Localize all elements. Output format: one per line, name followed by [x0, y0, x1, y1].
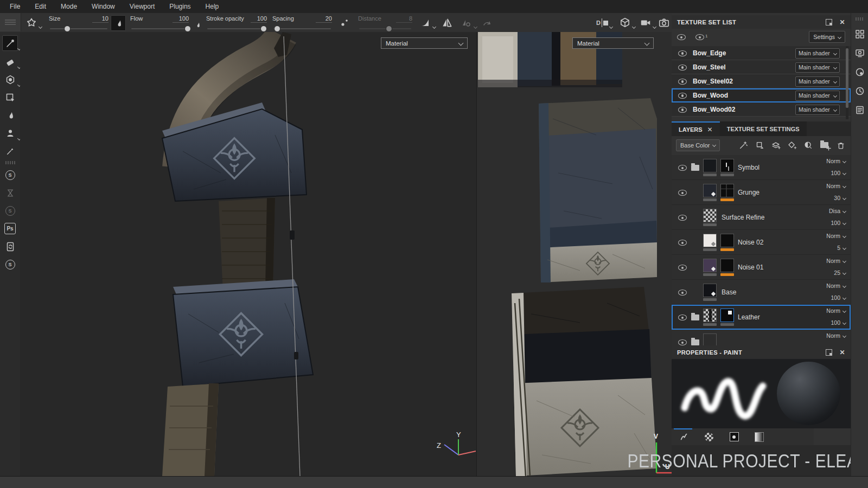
- layer-thumbnail[interactable]: [703, 284, 717, 297]
- solo-texture-set-icon[interactable]: 1: [695, 34, 707, 40]
- shader-dropdown[interactable]: Main shader: [795, 48, 840, 59]
- visibility-eye-icon[interactable]: [678, 339, 687, 345]
- log-panel-icon[interactable]: [854, 104, 866, 116]
- layer-row[interactable]: Grunge Norm 30: [672, 180, 851, 205]
- plugin-document-resync[interactable]: [3, 239, 17, 254]
- opacity-select[interactable]: 5: [837, 245, 846, 251]
- opacity-select[interactable]: 25: [834, 269, 846, 276]
- stroke-opacity-value[interactable]: 100: [251, 15, 267, 23]
- render-mode-button[interactable]: [618, 16, 631, 29]
- layer-row[interactable]: Noise 01 Norm 25: [672, 255, 851, 280]
- assets-panel-icon[interactable]: [854, 28, 866, 40]
- tool-polygon-fill[interactable]: [3, 90, 17, 105]
- layer-row-selected[interactable]: Leather Norm 100: [672, 305, 851, 330]
- subtab-brush[interactable]: [672, 428, 697, 445]
- visibility-eye-icon[interactable]: [678, 50, 687, 56]
- layer-row[interactable]: Noise 02 Norm 5: [672, 230, 851, 255]
- screenshot-button[interactable]: [658, 16, 671, 29]
- shader-dropdown[interactable]: Main shader: [795, 62, 840, 73]
- plugin-substance-link[interactable]: S: [3, 257, 17, 272]
- shader-settings-icon[interactable]: [854, 66, 866, 78]
- close-icon[interactable]: ✕: [840, 19, 845, 25]
- blend-mode-select[interactable]: Norm: [826, 183, 846, 189]
- opacity-select[interactable]: 30: [834, 195, 846, 201]
- undock-icon[interactable]: [826, 19, 832, 25]
- layer-row[interactable]: Base Norm 100: [672, 280, 851, 305]
- blend-mode-select[interactable]: Norm: [826, 282, 846, 289]
- tool-projection[interactable]: [3, 72, 17, 87]
- add-folder-button[interactable]: [819, 139, 830, 151]
- size-slider-knob[interactable]: [64, 25, 71, 32]
- shader-dropdown[interactable]: Main shader: [795, 91, 840, 101]
- close-icon[interactable]: ✕: [707, 126, 713, 133]
- opacity-select[interactable]: 100: [831, 170, 846, 176]
- layer-thumbnail[interactable]: [703, 184, 717, 197]
- texture-set-row-selected[interactable]: Bow_Wood Main shader: [672, 88, 851, 102]
- camera-view-button[interactable]: [639, 16, 652, 29]
- subtab-stencil[interactable]: [722, 428, 746, 445]
- layer-row[interactable]: Symbol Norm 100: [672, 155, 851, 180]
- viewport2d-material-select[interactable]: Material: [572, 37, 654, 49]
- blend-mode-select[interactable]: Norm: [826, 332, 846, 339]
- flow-slider[interactable]: [131, 28, 188, 29]
- spacing-slider[interactable]: [273, 28, 331, 29]
- tool-paint-brush[interactable]: [2, 35, 18, 51]
- mask-thumbnail[interactable]: [720, 259, 734, 272]
- layer-thumbnail[interactable]: [703, 209, 717, 222]
- flow-falloff-icon[interactable]: [191, 18, 204, 31]
- display-settings-icon[interactable]: [854, 47, 866, 59]
- add-fill-layer-button[interactable]: [770, 139, 781, 151]
- history-panel-icon[interactable]: [854, 85, 866, 97]
- blend-mode-select[interactable]: Norm: [826, 233, 846, 239]
- menu-viewport[interactable]: Viewport: [130, 3, 155, 10]
- add-mask-button[interactable]: [802, 139, 814, 151]
- delete-layer-button[interactable]: [835, 139, 846, 151]
- shader-dropdown[interactable]: Main shader: [795, 76, 840, 87]
- blend-mode-select[interactable]: Norm: [826, 258, 846, 264]
- brush-shape-picker[interactable]: [25, 16, 38, 29]
- visibility-eye-icon[interactable]: [678, 264, 687, 271]
- subtab-material[interactable]: [746, 428, 771, 445]
- menu-edit[interactable]: Edit: [35, 3, 46, 10]
- visibility-eye-icon[interactable]: [678, 189, 687, 196]
- tab-layers[interactable]: LAYERS ✕: [672, 121, 720, 136]
- blend-mode-select[interactable]: Disa: [829, 208, 846, 214]
- viewport3d-material-select[interactable]: Material: [381, 37, 468, 49]
- texture-set-row[interactable]: Bow_Wood02 Main shader: [672, 102, 851, 117]
- opacity-select[interactable]: 100: [831, 319, 846, 326]
- menu-help[interactable]: Help: [206, 3, 219, 10]
- size-slider[interactable]: [50, 28, 107, 29]
- texture-set-row[interactable]: Bow_Steel02 Main shader: [672, 74, 851, 88]
- dock-grip[interactable]: [856, 17, 864, 21]
- tool-material-picker[interactable]: [3, 144, 17, 158]
- shader-dropdown[interactable]: Main shader: [795, 105, 840, 115]
- layer-row[interactable]: Norm: [672, 330, 851, 345]
- blend-mode-select[interactable]: Norm: [826, 158, 846, 164]
- mask-thumbnail[interactable]: [720, 309, 734, 322]
- visibility-eye-icon[interactable]: [678, 92, 687, 99]
- visibility-eye-icon[interactable]: [678, 314, 687, 320]
- menu-mode[interactable]: Mode: [61, 3, 77, 10]
- visibility-eye-icon[interactable]: [678, 78, 687, 85]
- show-all-texture-sets-icon[interactable]: [677, 34, 686, 40]
- channel-filter-dropdown[interactable]: Base Color: [676, 139, 720, 151]
- tab-texture-set-settings[interactable]: TEXTURE SET SETTINGS: [720, 121, 807, 136]
- visibility-eye-icon[interactable]: [678, 214, 687, 221]
- viewport-2d[interactable]: V U Material: [476, 32, 672, 476]
- close-icon[interactable]: ✕: [840, 349, 845, 356]
- layer-thumbnail[interactable]: [703, 309, 717, 322]
- add-smart-mask-button[interactable]: [754, 139, 765, 151]
- tool-clone[interactable]: [3, 126, 17, 140]
- spacing-dots-icon[interactable]: [339, 16, 352, 29]
- layer-thumbnail[interactable]: [703, 234, 717, 247]
- toolbar-grip[interactable]: [0, 13, 21, 31]
- spacing-value[interactable]: 20: [316, 15, 332, 23]
- viewport-3d[interactable]: Material Z Y X: [20, 32, 476, 476]
- menu-window[interactable]: Window: [92, 3, 115, 10]
- stroke-opacity-slider-knob[interactable]: [260, 25, 267, 32]
- mask-thumbnail[interactable]: [720, 159, 734, 172]
- visibility-eye-icon[interactable]: [678, 64, 687, 70]
- add-smart-material-button[interactable]: [737, 139, 749, 151]
- visibility-eye-icon[interactable]: [678, 164, 687, 171]
- mask-thumbnail[interactable]: [720, 184, 734, 197]
